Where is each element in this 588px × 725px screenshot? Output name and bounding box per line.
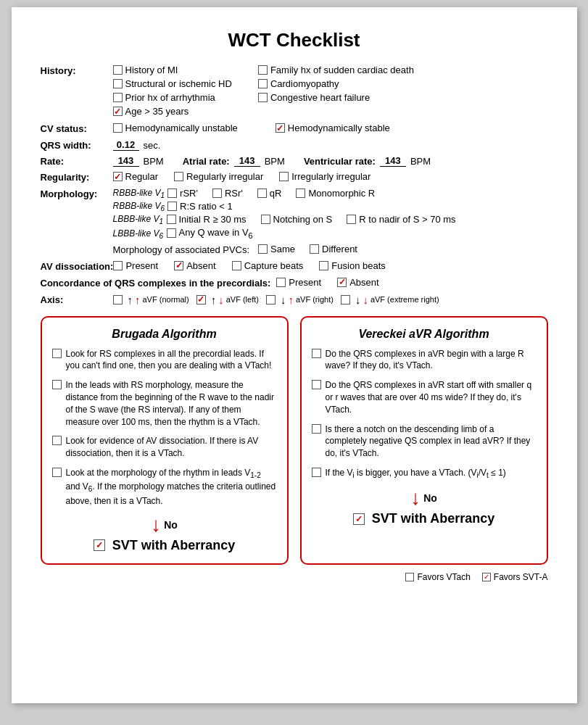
morph-qR[interactable]: qR (257, 188, 282, 199)
brugada-cb-1[interactable] (52, 349, 62, 358)
qrs-width-unit: sec. (144, 140, 161, 151)
vereckei-title: Vereckei aVR Algorithm (312, 328, 537, 341)
regularity-regular[interactable]: Regular (113, 171, 159, 182)
axis-cb-normal[interactable] (113, 295, 123, 304)
history-cb-3[interactable] (113, 93, 123, 102)
vereckei-item-4: If the Vi is bigger, you have a VTach. (… (312, 467, 537, 481)
legend-cb-vtach[interactable] (405, 573, 414, 581)
axis-cb-right[interactable] (266, 295, 276, 304)
morph-monomorphic[interactable]: Monomorphic R (296, 188, 375, 199)
regularity-label: Regularity: (41, 171, 113, 183)
pvcs-same[interactable]: Same (258, 244, 295, 254)
axis-text-left: aVF (left) (226, 295, 259, 304)
history-cb-6[interactable] (258, 79, 268, 88)
history-item-3[interactable]: Prior hx of arrhythmia (113, 92, 232, 103)
regularity-cb-regular[interactable] (113, 172, 123, 181)
axis-extreme-right[interactable]: ↓ ↓ aVF (extreme right) (341, 294, 439, 306)
av-absent[interactable]: Absent (174, 260, 215, 271)
regularity-cb-reg-irreg[interactable] (174, 172, 183, 181)
history-cb-1[interactable] (113, 65, 123, 75)
morph-rSR[interactable]: rSR' (167, 188, 198, 199)
morph-cb-RSr[interactable] (212, 188, 222, 198)
axis-up-normal: ↑ (128, 294, 133, 306)
morph-text-any-q: Any Q wave in V6 (179, 227, 253, 240)
page-title: WCT Checklist (41, 29, 548, 51)
axis-cb-left[interactable] (196, 295, 206, 304)
morph-cb-notching[interactable] (261, 215, 270, 224)
morph-any-q[interactable]: Any Q wave in V6 (167, 227, 253, 240)
av-cb-fusion[interactable] (319, 261, 328, 270)
axis-cb-extreme-right[interactable] (341, 295, 350, 304)
brugada-arrow: ↓ (151, 515, 161, 535)
av-cb-present[interactable] (113, 261, 123, 270)
history-label-5: Family hx of sudden cardiac death (270, 65, 414, 75)
brugada-cb-4[interactable] (52, 468, 62, 477)
brugada-cb-2[interactable] (52, 380, 62, 389)
morph-cb-rs-ratio[interactable] (167, 202, 177, 211)
qrs-width-label: QRS width: (41, 139, 113, 151)
morphology-section: Morphology: RBBB-like V1 rSR' RSr' qR (41, 188, 548, 256)
vereckei-cb-3[interactable] (312, 424, 321, 434)
vereckei-cb-4[interactable] (312, 468, 321, 477)
regularity-irreg-irreg[interactable]: Irregularly irregular (279, 171, 370, 182)
history-item-2[interactable]: Structural or ischemic HD (113, 78, 232, 89)
pvcs-cb-different[interactable] (310, 244, 319, 254)
pvcs-label: Morphology of associated PVCs: (113, 244, 250, 255)
legend-vtach: Favors VTach (405, 572, 470, 582)
pvcs-text-same: Same (270, 244, 295, 254)
history-item-6[interactable]: Cardiomyopathy (258, 78, 414, 89)
regularity-reg-irreg[interactable]: Regularly irregular (174, 171, 263, 182)
concordance-absent[interactable]: Absent (337, 277, 378, 288)
morph-nadir[interactable]: R to nadir of S > 70 ms (347, 214, 455, 225)
morph-cb-initial-r[interactable] (167, 215, 176, 224)
brugada-svt-cb[interactable] (94, 539, 105, 551)
av-cb-capture[interactable] (232, 261, 241, 270)
cv-status-section: CV status: Hemodynamically unstable Hemo… (41, 123, 548, 135)
morph-cb-nadir[interactable] (347, 215, 356, 224)
morph-cb-any-q[interactable] (167, 228, 176, 238)
axis-normal[interactable]: ↑ ↑ aVF (normal) (113, 294, 189, 306)
vereckei-svt-cb[interactable] (353, 513, 365, 525)
morph-initial-r[interactable]: Initial R ≥ 30 ms (167, 214, 247, 225)
concordance-cb-present[interactable] (276, 278, 286, 287)
av-capture[interactable]: Capture beats (232, 260, 304, 271)
cv-status-unstable[interactable]: Hemodynamically unstable (113, 123, 238, 133)
morph-RSr[interactable]: RSr' (212, 188, 243, 199)
history-item-5[interactable]: Family hx of sudden cardiac death (258, 65, 414, 75)
regularity-label-irreg-irreg: Irregularly irregular (291, 171, 370, 182)
history-item-7[interactable]: Congestive heart failure (258, 92, 414, 103)
history-item-4[interactable]: Age > 35 years (113, 106, 232, 117)
vereckei-cb-1[interactable] (312, 349, 321, 358)
morph-rs-ratio[interactable]: R:S ratio < 1 (167, 201, 233, 212)
vereckei-cb-2[interactable] (312, 380, 321, 389)
av-present[interactable]: Present (113, 260, 158, 271)
history-cb-7[interactable] (258, 93, 268, 102)
history-cb-4[interactable] (113, 107, 123, 116)
morph-cb-monomorphic[interactable] (296, 188, 305, 198)
morph-cb-qR[interactable] (257, 188, 267, 198)
history-cb-5[interactable] (258, 65, 268, 75)
legend-cb-svt[interactable]: ✓ (482, 573, 491, 581)
morph-notching[interactable]: Notching on S (261, 214, 333, 225)
regularity-cb-irreg-irreg[interactable] (279, 172, 289, 181)
av-fusion[interactable]: Fusion beats (319, 260, 385, 271)
history-item-1[interactable]: History of MI (113, 65, 232, 75)
axis-right[interactable]: ↓ ↑ aVF (right) (266, 294, 334, 306)
history-cb-2[interactable] (113, 79, 123, 88)
regularity-label-reg-irreg: Regularly irregular (186, 171, 263, 182)
pvcs-cb-same[interactable] (258, 244, 268, 254)
history-label-3: Prior hx of arrhythmia (125, 92, 215, 103)
concordance-present[interactable]: Present (276, 277, 321, 288)
history-label-2: Structural or ischemic HD (125, 78, 232, 89)
concordance-cb-absent[interactable] (337, 278, 347, 287)
concordance-options: Present Absent (276, 277, 390, 289)
axis-up-left: ↑ (211, 294, 217, 306)
pvcs-different[interactable]: Different (310, 244, 357, 254)
morph-cb-rSR[interactable] (167, 188, 177, 198)
av-cb-absent[interactable] (174, 261, 183, 270)
cv-status-cb-stable[interactable] (276, 123, 285, 133)
cv-status-stable[interactable]: Hemodynamically stable (276, 123, 390, 133)
axis-left[interactable]: ↑ ↓ aVF (left) (196, 294, 259, 306)
brugada-cb-3[interactable] (52, 436, 62, 445)
cv-status-cb-unstable[interactable] (113, 123, 123, 133)
